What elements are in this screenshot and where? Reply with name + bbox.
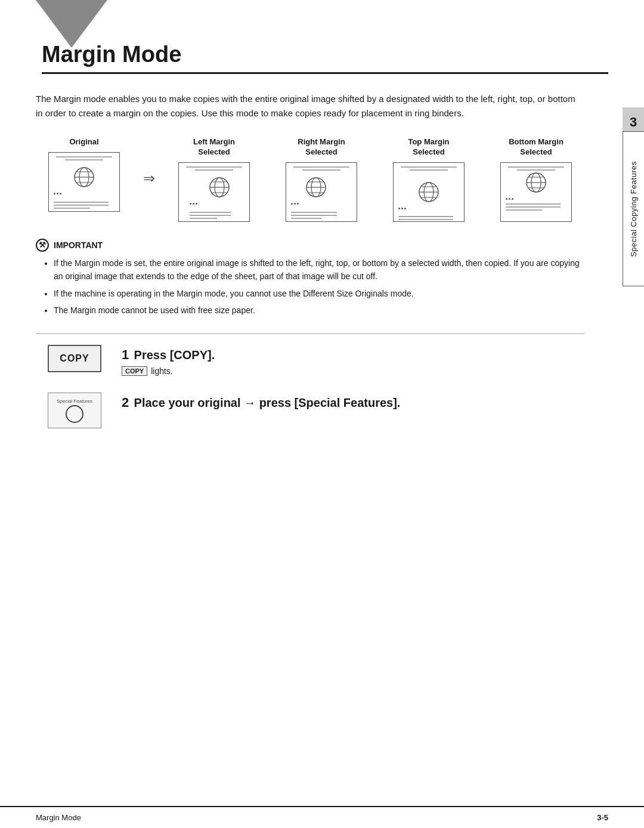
doc-lines-top	[286, 166, 357, 171]
doc-right-margin	[286, 162, 357, 222]
copy-button-label: COPY	[60, 353, 89, 364]
diagram-label-bottom: Bottom MarginSelected	[509, 137, 564, 157]
doc-bottom-line	[190, 212, 231, 213]
doc-lines-bottom-bottom	[501, 203, 571, 211]
doc-lines-top	[394, 166, 464, 171]
doc-line	[186, 166, 242, 168]
important-icon: ⚒	[36, 239, 49, 252]
doc-bottom-line	[291, 215, 337, 216]
dot	[196, 203, 197, 205]
doc-dots	[190, 203, 197, 205]
header-area: Margin Mode	[0, 0, 644, 74]
step-1-content: 1 Press [COPY]. COPY lights.	[122, 345, 578, 376]
diagram-label-original: Original	[69, 137, 98, 147]
step-1-number: 1	[122, 347, 129, 362]
side-tab: Special Copying Features	[623, 131, 644, 286]
sf-label: Special Features	[57, 398, 92, 404]
step-1-detail: COPY lights.	[122, 366, 578, 376]
diagram-right-margin: Right MarginSelected	[273, 137, 370, 222]
diagram-bottom-margin: Bottom MarginSelected	[488, 137, 584, 222]
main-content: The Margin mode enables you to make copi…	[0, 80, 644, 463]
step-1-title: Press [COPY].	[134, 348, 215, 362]
doc-bottom-line	[506, 203, 561, 205]
important-bullet-2: If the machine is operating in the Margi…	[54, 287, 584, 300]
dot	[401, 208, 403, 209]
doc-bottom-margin	[500, 162, 572, 222]
special-features-button: Special Features	[48, 393, 101, 428]
important-bullet-3: The Margin mode cannot be used with free…	[54, 304, 584, 317]
dot	[404, 208, 406, 209]
step-2-number: 2	[122, 395, 129, 410]
doc-lines-bottom-top	[394, 216, 464, 220]
diagram-label-left: Left MarginSelected	[193, 137, 235, 157]
doc-dots	[291, 203, 299, 205]
dot	[297, 203, 299, 205]
dot	[190, 203, 191, 205]
doc-bottom-line	[398, 216, 453, 217]
doc-line-short	[65, 159, 104, 160]
arrow-symbol: ⇒	[143, 170, 155, 187]
diagram-label-right: Right MarginSelected	[298, 137, 345, 157]
header-triangle-decoration	[36, 0, 107, 48]
doc-bottom-line	[54, 208, 90, 209]
dot	[54, 193, 55, 194]
doc-bottom-line	[291, 212, 337, 213]
doc-original	[48, 152, 120, 212]
step-2-icon-area: Special Features	[42, 393, 107, 428]
doc-bottom-line	[54, 205, 109, 206]
doc-line	[293, 166, 349, 168]
dot	[398, 208, 400, 209]
doc-lines-top	[49, 156, 119, 160]
dot	[506, 198, 507, 200]
doc-lines-bottom-original	[49, 202, 119, 209]
doc-lines-bottom-right	[286, 212, 357, 219]
doc-lines-bottom-left	[179, 212, 249, 219]
step-2-content: 2 Place your original → press [Special F…	[122, 393, 578, 410]
doc-bottom-line	[190, 215, 231, 216]
dot	[57, 193, 58, 194]
doc-lines-top	[179, 166, 249, 171]
doc-dots	[506, 198, 513, 200]
dot	[512, 198, 513, 200]
important-header: ⚒ IMPORTANT	[36, 239, 584, 252]
side-tab-label: Special Copying Features	[629, 161, 638, 257]
doc-dots	[54, 193, 61, 194]
doc-lines-top	[501, 166, 571, 171]
footer-page-number: 3-5	[597, 813, 608, 822]
step-1-icon-area: COPY	[42, 345, 107, 372]
doc-globe-original	[73, 166, 95, 189]
diagram-original: Original	[36, 137, 132, 212]
doc-globe-bottom	[525, 171, 547, 194]
step-2-title: Place your original → press [Special Fea…	[134, 396, 401, 409]
doc-line-short	[410, 169, 448, 171]
doc-line-short	[517, 169, 556, 171]
doc-dots	[398, 208, 406, 209]
dot	[294, 203, 296, 205]
doc-line	[56, 156, 112, 157]
dot	[291, 203, 293, 205]
doc-bottom-line	[291, 218, 321, 219]
doc-bottom-line	[398, 219, 453, 220]
page-footer: Margin Mode 3-5	[0, 806, 644, 828]
copy-inline-label: COPY	[122, 366, 147, 376]
diagram-section: Original	[36, 137, 584, 222]
doc-bottom-line	[190, 218, 217, 219]
footer-label: Margin Mode	[36, 813, 81, 822]
sf-circle	[66, 405, 83, 423]
steps-section: COPY 1 Press [COPY]. COPY lights. Specia…	[36, 345, 584, 428]
important-section: ⚒ IMPORTANT If the Margin mode is set, t…	[36, 239, 584, 317]
step-1-detail-suffix: lights.	[151, 366, 173, 376]
doc-bottom-line	[54, 202, 109, 203]
intro-paragraph: The Margin mode enables you to make copi…	[36, 92, 584, 121]
doc-line-short	[302, 169, 341, 171]
step-1-row: COPY 1 Press [COPY]. COPY lights.	[42, 345, 578, 376]
dot	[193, 203, 194, 205]
page-title: Margin Mode	[42, 42, 608, 74]
copy-button: COPY	[48, 345, 101, 372]
doc-bottom-line	[506, 209, 542, 211]
section-divider	[36, 333, 584, 334]
doc-line	[401, 166, 457, 168]
important-bullet-1: If the Margin mode is set, the entire or…	[54, 257, 584, 283]
important-bullets-list: If the Margin mode is set, the entire or…	[36, 257, 584, 317]
chapter-number: 3	[630, 115, 637, 130]
